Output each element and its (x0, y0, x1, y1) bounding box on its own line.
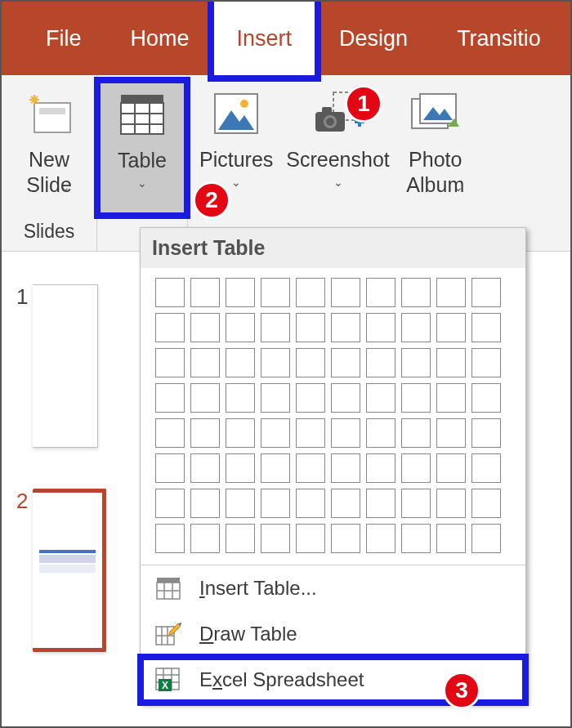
grid-cell[interactable] (401, 383, 431, 413)
grid-cell[interactable] (366, 313, 395, 342)
group-label-slides: Slides (24, 221, 75, 248)
grid-cell[interactable] (331, 453, 360, 483)
grid-cell[interactable] (190, 278, 220, 307)
photo-album-button[interactable]: Photo Album ⌄ (396, 80, 475, 216)
grid-cell[interactable] (401, 348, 431, 377)
grid-cell[interactable] (261, 278, 290, 307)
grid-cell[interactable] (471, 418, 501, 448)
grid-cell[interactable] (436, 313, 466, 342)
grid-cell[interactable] (401, 278, 431, 307)
slide-thumbnail[interactable] (33, 284, 98, 448)
grid-cell[interactable] (401, 453, 431, 483)
grid-cell[interactable] (366, 383, 395, 413)
grid-cell[interactable] (226, 524, 255, 553)
grid-cell[interactable] (261, 489, 290, 518)
grid-cell[interactable] (366, 524, 395, 553)
grid-cell[interactable] (190, 348, 220, 377)
grid-cell[interactable] (366, 348, 395, 377)
grid-cell[interactable] (226, 348, 255, 377)
grid-cell[interactable] (436, 489, 466, 518)
thumb-row-2[interactable]: 2 (16, 489, 126, 652)
grid-cell[interactable] (436, 383, 466, 413)
grid-cell[interactable] (366, 489, 395, 518)
grid-cell[interactable] (261, 418, 290, 448)
grid-cell[interactable] (401, 313, 431, 342)
grid-cell[interactable] (366, 453, 395, 483)
grid-cell[interactable] (471, 524, 501, 553)
thumb-content (39, 550, 96, 573)
grid-cell[interactable] (296, 278, 325, 307)
tab-file[interactable]: File (21, 2, 106, 75)
grid-cell[interactable] (401, 489, 431, 518)
grid-cell[interactable] (436, 418, 466, 448)
grid-cell[interactable] (331, 524, 360, 553)
grid-cell[interactable] (226, 278, 255, 307)
grid-cell[interactable] (190, 524, 220, 553)
grid-cell[interactable] (436, 524, 466, 553)
grid-cell[interactable] (296, 313, 325, 342)
grid-cell[interactable] (331, 383, 360, 413)
grid-cell[interactable] (155, 489, 185, 518)
grid-cell[interactable] (296, 418, 325, 448)
grid-cell[interactable] (331, 313, 360, 342)
insert-table-menu-item[interactable]: Insert Table... (141, 565, 525, 611)
grid-cell[interactable] (190, 418, 220, 448)
grid-cell[interactable] (436, 278, 466, 307)
grid-cell[interactable] (155, 313, 185, 342)
grid-cell[interactable] (366, 278, 395, 307)
grid-cell[interactable] (190, 453, 220, 483)
tab-insert[interactable]: Insert (214, 2, 315, 75)
svg-text:X: X (162, 680, 168, 691)
grid-cell[interactable] (226, 418, 255, 448)
grid-cell[interactable] (471, 278, 501, 307)
grid-cell[interactable] (296, 383, 325, 413)
grid-cell[interactable] (190, 489, 220, 518)
grid-cell[interactable] (366, 418, 395, 448)
tab-transitions[interactable]: Transitio (432, 2, 565, 75)
callout-2: 2 (193, 181, 230, 219)
table-button[interactable]: Table ⌄ (97, 80, 187, 216)
grid-cell[interactable] (190, 383, 220, 413)
grid-cell[interactable] (155, 383, 185, 413)
grid-cell[interactable] (436, 453, 466, 483)
grid-cell[interactable] (331, 418, 360, 448)
slide-thumbnail-selected[interactable] (33, 489, 106, 652)
grid-cell[interactable] (226, 313, 255, 342)
grid-cell[interactable] (471, 453, 501, 483)
grid-cell[interactable] (401, 524, 431, 553)
grid-cell[interactable] (471, 383, 501, 413)
new-slide-button[interactable]: New Slide ⌄ (10, 80, 88, 216)
tab-design[interactable]: Design (315, 2, 432, 75)
grid-cell[interactable] (261, 348, 290, 377)
grid-cell[interactable] (296, 453, 325, 483)
grid-cell[interactable] (331, 278, 360, 307)
grid-cell[interactable] (261, 453, 290, 483)
grid-cell[interactable] (471, 348, 501, 377)
grid-cell[interactable] (296, 524, 325, 553)
grid-cell[interactable] (226, 383, 255, 413)
grid-cell[interactable] (471, 489, 501, 518)
grid-cell[interactable] (261, 524, 290, 553)
grid-cell[interactable] (261, 313, 290, 342)
grid-cell[interactable] (296, 489, 325, 518)
grid-cell[interactable] (261, 383, 290, 413)
grid-cell[interactable] (226, 489, 255, 518)
grid-cell[interactable] (471, 313, 501, 342)
grid-cell[interactable] (155, 348, 185, 377)
table-size-grid[interactable] (155, 278, 511, 553)
thumb-row-1[interactable]: 1 (16, 284, 126, 448)
grid-cell[interactable] (190, 313, 220, 342)
grid-cell[interactable] (155, 278, 185, 307)
callout-1: 1 (345, 85, 382, 123)
grid-cell[interactable] (155, 524, 185, 553)
grid-cell[interactable] (401, 418, 431, 448)
draw-table-menu-item[interactable]: Draw Table (141, 611, 525, 657)
grid-cell[interactable] (155, 453, 185, 483)
grid-cell[interactable] (226, 453, 255, 483)
grid-cell[interactable] (331, 489, 360, 518)
grid-cell[interactable] (331, 348, 360, 377)
grid-cell[interactable] (296, 348, 325, 377)
grid-cell[interactable] (155, 418, 185, 448)
grid-cell[interactable] (436, 348, 466, 377)
tab-home[interactable]: Home (106, 2, 214, 75)
